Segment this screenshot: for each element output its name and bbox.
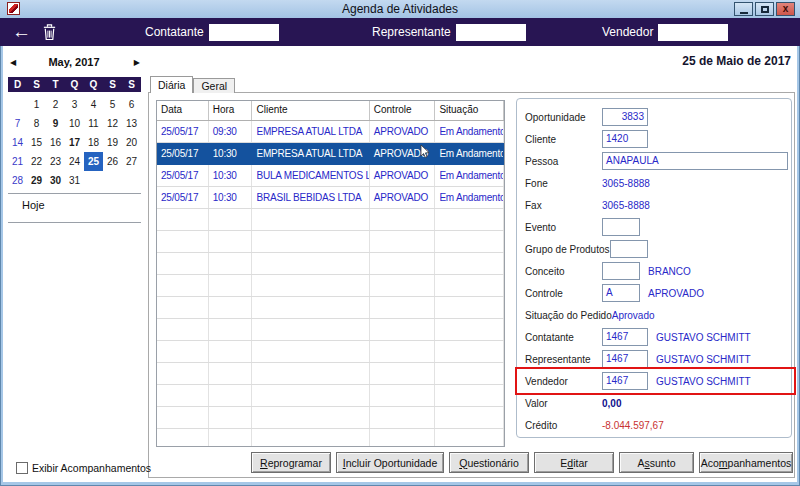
calendar-day[interactable]: 3: [65, 95, 84, 114]
calendar-day[interactable]: 31: [65, 171, 84, 190]
delete-button[interactable]: [42, 23, 57, 45]
detail-row-credito: Crédito-8.044.597,67: [517, 414, 791, 436]
cell-empty: [209, 231, 253, 252]
calendar-day[interactable]: 23: [46, 152, 65, 171]
calendar-day[interactable]: 20: [122, 133, 141, 152]
calendar-day[interactable]: 17: [65, 133, 84, 152]
calendar-day[interactable]: 10: [65, 114, 84, 133]
minimize-icon: [740, 12, 748, 14]
column-header-hora[interactable]: Hora: [209, 101, 253, 120]
calendar-day[interactable]: 5: [103, 95, 122, 114]
representante-field[interactable]: 1467: [602, 350, 648, 368]
calendar-day[interactable]: 9: [46, 114, 65, 133]
maximize-button[interactable]: [755, 2, 774, 16]
grupo-de-produtos-field[interactable]: [610, 240, 648, 258]
table-row-empty: [157, 363, 504, 385]
detail-label: Oportunidade: [525, 112, 602, 123]
button-label: A: [638, 457, 645, 469]
calendar-week: 28293031: [8, 171, 141, 190]
calendar-day[interactable]: 16: [46, 133, 65, 152]
cliente-field[interactable]: 1420: [602, 130, 648, 148]
detail-label: Controle: [525, 288, 602, 299]
table-row[interactable]: 25/05/1710:30BULA MEDICAMENTOS LTDAAPROV…: [157, 165, 504, 187]
button-mnemonic: m: [719, 457, 728, 469]
cell-empty: [252, 429, 369, 447]
cell-cliente: EMPRESA ATUAL LTDA: [252, 143, 369, 164]
table-row[interactable]: 25/05/1710:30BRASIL BEBIDAS LTDAAPROVADO…: [157, 187, 504, 209]
calendar-day[interactable]: 6: [122, 95, 141, 114]
calendar-panel: ◀ May, 2017 ▶ DSTQQSS 123456789101112131…: [6, 56, 146, 476]
table-row[interactable]: 25/05/1709:30EMPRESA ATUAL LTDAAPROVADOE…: [157, 121, 504, 143]
calendar-day[interactable]: 26: [103, 152, 122, 171]
reprogramar-button[interactable]: Reprogramar: [251, 452, 331, 473]
oportunidade-field[interactable]: 3833: [602, 108, 648, 126]
conceito-field[interactable]: [602, 262, 640, 280]
close-button[interactable]: x: [776, 2, 795, 16]
vendedor-field[interactable]: 1467: [602, 372, 648, 390]
calendar-day[interactable]: 28: [8, 171, 27, 190]
calendar-day[interactable]: 15: [27, 133, 46, 152]
table-row[interactable]: 25/05/1710:30EMPRESA ATUAL LTDAAPROVADOE…: [157, 143, 504, 165]
column-header-controle[interactable]: Controle: [370, 101, 436, 120]
weekday-label: T: [46, 77, 65, 92]
editar-button[interactable]: Editar: [534, 452, 614, 473]
calendar-day[interactable]: 2: [46, 95, 65, 114]
controle-field[interactable]: A: [602, 284, 640, 302]
calendar-day[interactable]: 4: [84, 95, 103, 114]
minimize-button[interactable]: [734, 2, 753, 16]
cell-empty: [209, 253, 253, 274]
incluir-oportunidade-button[interactable]: Incluir Oportunidade: [336, 452, 444, 473]
calendar-day[interactable]: 30: [46, 171, 65, 190]
detail-row-vendedor: Vendedor1467GUSTAVO SCHMITT: [517, 370, 791, 392]
title-bar: Agenda de Atividades x: [0, 0, 800, 18]
cell-situacao: Em Andamento: [435, 121, 504, 142]
tab-diaria[interactable]: Diária: [150, 76, 193, 93]
vendedor-input[interactable]: [658, 24, 728, 41]
cell-empty: [157, 385, 209, 406]
evento-field[interactable]: [602, 218, 640, 236]
calendar-day[interactable]: 13: [122, 114, 141, 133]
back-button[interactable]: ←: [12, 21, 31, 43]
column-header-data[interactable]: Data: [157, 101, 209, 120]
assunto-button[interactable]: Assunto: [619, 452, 694, 473]
calendar-day[interactable]: 19: [103, 133, 122, 152]
cell-cliente: BULA MEDICAMENTOS LTDA: [252, 165, 369, 186]
calendar-day[interactable]: 27: [122, 152, 141, 171]
prev-month-button[interactable]: ◀: [10, 58, 16, 67]
column-header-cliente[interactable]: Cliente: [252, 101, 369, 120]
tab-geral[interactable]: Geral: [193, 78, 235, 93]
calendar-week: 78910111213: [8, 114, 141, 133]
contatante-field[interactable]: 1467: [602, 328, 648, 346]
show-followups-checkbox[interactable]: [16, 462, 28, 474]
calendar-day[interactable]: 24: [65, 152, 84, 171]
representante-input[interactable]: [456, 24, 526, 41]
questionario-button[interactable]: Questionário: [449, 452, 529, 473]
calendar-day[interactable]: 25: [84, 152, 103, 171]
calendar-day[interactable]: 11: [84, 114, 103, 133]
calendar-day[interactable]: 1: [27, 95, 46, 114]
details-panel: Oportunidade3833Cliente1420PessoaANAPAUL…: [516, 98, 792, 438]
column-header-situacao[interactable]: Situação: [435, 101, 504, 120]
cell-empty: [209, 209, 253, 230]
separator: [8, 222, 141, 223]
calendar-day[interactable]: 18: [84, 133, 103, 152]
pessoa-field[interactable]: ANAPAULA: [602, 152, 788, 170]
calendar-day[interactable]: 8: [27, 114, 46, 133]
situacao-do-pedido-value: Aprovado: [612, 310, 655, 321]
next-month-button[interactable]: ▶: [134, 58, 140, 67]
calendar-day[interactable]: 22: [27, 152, 46, 171]
cell-empty: [435, 429, 504, 447]
contatante-input[interactable]: [209, 24, 279, 41]
cell-empty: [435, 341, 504, 362]
calendar-day[interactable]: 21: [8, 152, 27, 171]
detail-row-pessoa: PessoaANAPAULA: [517, 150, 791, 172]
today-button[interactable]: Hoje: [22, 199, 45, 211]
calendar-day[interactable]: 12: [103, 114, 122, 133]
detail-row-cliente: Cliente1420: [517, 128, 791, 150]
trash-icon: [42, 23, 57, 41]
calendar-day[interactable]: 29: [27, 171, 46, 190]
acompanhamentos-button[interactable]: Acompanhamentos: [699, 452, 793, 473]
calendar-day[interactable]: 7: [8, 114, 27, 133]
activities-table: DataHoraClienteControleSituação 25/05/17…: [156, 100, 505, 447]
calendar-day[interactable]: 14: [8, 133, 27, 152]
